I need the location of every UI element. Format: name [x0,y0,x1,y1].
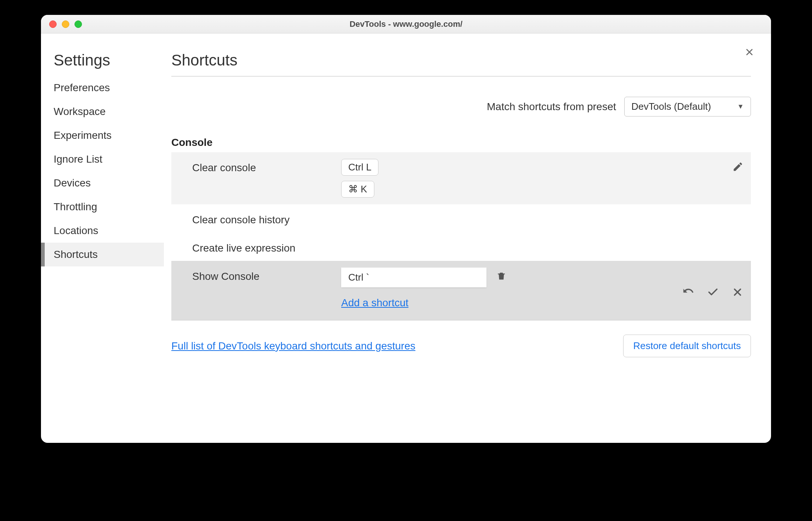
sidebar: Settings Preferences Workspace Experimen… [41,33,164,443]
close-icon [732,286,743,298]
undo-icon [682,286,694,298]
sidebar-item-preferences[interactable]: Preferences [41,76,164,100]
shortcut-input[interactable] [341,268,486,287]
sidebar-item-label: Devices [54,177,91,189]
preset-value: DevTools (Default) [631,101,711,112]
sidebar-item-label: Shortcuts [54,249,98,260]
shortcut-row: Clear console history [171,204,751,233]
preset-select[interactable]: DevTools (Default) ▼ [624,97,751,116]
sidebar-item-label: Throttling [54,201,97,212]
content: Settings Preferences Workspace Experimen… [41,33,771,443]
sidebar-item-label: Preferences [54,82,110,93]
shortcut-keys: Ctrl L ⌘ K [341,159,732,198]
add-shortcut-link[interactable]: Add a shortcut [341,297,409,309]
window-title: DevTools - www.google.com/ [41,19,771,29]
restore-defaults-button[interactable]: Restore default shortcuts [623,335,751,357]
sidebar-item-ignore-list[interactable]: Ignore List [41,147,164,171]
sidebar-item-experiments[interactable]: Experiments [41,124,164,147]
sidebar-item-label: Workspace [54,106,106,117]
sidebar-item-workspace[interactable]: Workspace [41,100,164,124]
sidebar-item-shortcuts[interactable]: Shortcuts [41,243,164,266]
sidebar-item-devices[interactable]: Devices [41,171,164,195]
close-settings-button[interactable] [744,47,755,59]
delete-shortcut-button[interactable] [496,271,507,284]
shortcut-row-editing: Show Console Add a shortcut [171,261,751,320]
cancel-button[interactable] [732,286,743,298]
shortcut-row: Create live expression [171,233,751,261]
undo-button[interactable] [682,286,694,298]
shortcut-label: Clear console history [192,211,341,226]
titlebar: DevTools - www.google.com/ [41,15,771,33]
sidebar-item-label: Ignore List [54,153,102,165]
trash-icon [496,271,507,281]
shortcut-row: Clear console Ctrl L ⌘ K [171,152,751,204]
section-title: Console [171,137,751,148]
sidebar-item-throttling[interactable]: Throttling [41,195,164,219]
preset-label: Match shortcuts from preset [487,101,616,113]
confirm-button[interactable] [707,286,719,298]
sidebar-item-label: Experiments [54,130,112,141]
preset-row: Match shortcuts from preset DevTools (De… [171,97,751,116]
page-title: Shortcuts [171,51,751,77]
sidebar-item-locations[interactable]: Locations [41,219,164,243]
app-window: DevTools - www.google.com/ Settings Pref… [41,15,771,443]
shortcut-label: Clear console [192,159,341,174]
edit-shortcut-button[interactable] [732,161,743,172]
sidebar-item-label: Locations [54,225,98,236]
documentation-link[interactable]: Full list of DevTools keyboard shortcuts… [171,340,415,352]
check-icon [707,286,719,298]
keycap: ⌘ K [341,181,374,198]
footer-row: Full list of DevTools keyboard shortcuts… [171,335,751,357]
close-icon [744,47,755,57]
chevron-down-icon: ▼ [737,103,744,111]
keycap: Ctrl L [341,159,378,176]
shortcut-label: Create live expression [192,239,341,254]
main-panel: Shortcuts Match shortcuts from preset De… [164,33,771,443]
shortcut-label: Show Console [192,268,341,282]
pencil-icon [732,161,743,172]
sidebar-heading: Settings [41,51,164,76]
